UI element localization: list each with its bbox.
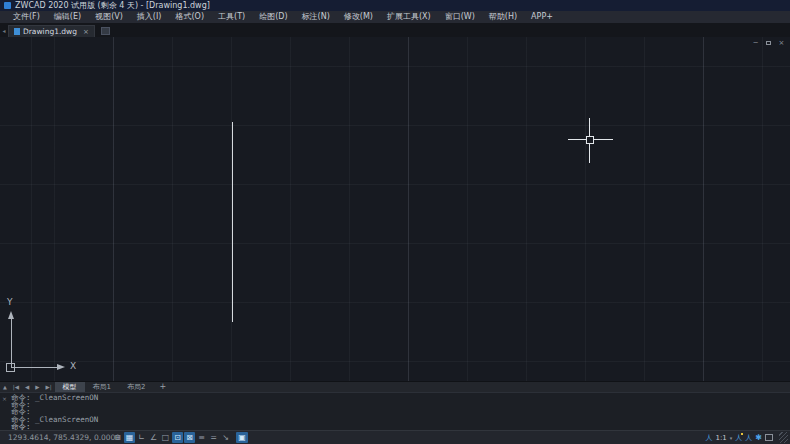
document-tab-drawing1[interactable]: Drawing1.dwg × [8, 25, 95, 37]
tab-close-icon[interactable]: × [83, 27, 89, 37]
ucs-icon: Y X [0, 301, 90, 381]
esnap-toggle[interactable]: □ [160, 432, 171, 443]
statusbar-right-cluster: 人 1:1 ▾ 人 人 ✱ [706, 432, 790, 443]
fullscreen-icon[interactable] [765, 434, 773, 441]
menu-window[interactable]: 窗口(W) [438, 11, 482, 23]
drawing-canvas[interactable]: ─ × Y X [0, 37, 790, 381]
command-close-icon[interactable]: × [0, 395, 9, 402]
ucs-x-arrowhead [57, 364, 65, 370]
annotation-spark-glyph [741, 433, 743, 435]
mdi-minimize-icon[interactable]: ─ [751, 39, 760, 48]
zwcad-logo-icon [4, 2, 11, 9]
resize-grip-icon[interactable] [779, 432, 788, 443]
prev-layout-icon[interactable]: ◀ [22, 382, 32, 393]
menu-view[interactable]: 视图(V) [88, 11, 130, 23]
ortho-toggle[interactable]: ∟ [136, 432, 147, 443]
pickbox-cursor [586, 136, 594, 144]
snap-toggle[interactable]: ⊞ [112, 432, 123, 443]
coordinate-readout: 1293.4614, 785.4329, 0.0000 [0, 433, 112, 442]
menu-tools[interactable]: 工具(T) [211, 11, 252, 23]
menu-draw[interactable]: 绘图(D) [252, 11, 294, 23]
auto-annotation-icon[interactable]: 人 [745, 433, 752, 443]
window-title: ZWCAD 2020 试用版 (剩余 4 天) - [Drawing1.dwg] [15, 0, 210, 11]
gear-icon[interactable]: ✱ [755, 433, 762, 442]
otrack-toggle[interactable]: ⊠ [184, 432, 195, 443]
ucs-x-axis [11, 367, 59, 368]
menu-format[interactable]: 格式(O) [168, 11, 211, 23]
menu-dimension[interactable]: 标注(N) [295, 11, 337, 23]
titlebar: ZWCAD 2020 试用版 (剩余 4 天) - [Drawing1.dwg] [0, 0, 790, 11]
tab-layout1[interactable]: 布局1 [85, 382, 119, 393]
next-layout-icon[interactable]: ▶ [32, 382, 42, 393]
menu-modify[interactable]: 修改(M) [337, 11, 380, 23]
tab-layout2[interactable]: 布局2 [119, 382, 153, 393]
annotation-visibility-icon[interactable]: 人 [735, 433, 742, 443]
dwg-file-icon [14, 28, 20, 35]
menu-express-tools[interactable]: 扩展工具(X) [380, 11, 438, 23]
osnap-toggle[interactable]: ⊡ [172, 432, 183, 443]
restore-box-glyph [766, 41, 771, 45]
ucs-y-label: Y [7, 297, 13, 307]
tab-scroll-left-icon[interactable]: ◂ [0, 25, 8, 37]
mdi-window-controls: ─ × [751, 39, 786, 48]
menu-file[interactable]: 文件(F) [6, 11, 47, 23]
menu-app-plus[interactable]: APP+ [524, 11, 560, 23]
last-layout-icon[interactable]: ▶| [42, 382, 54, 393]
command-history-line: 命令: [11, 401, 790, 408]
menubar: 文件(F) 编辑(E) 视图(V) 插入(I) 格式(O) 工具(T) 绘图(D… [0, 11, 790, 24]
menu-edit[interactable]: 编辑(E) [47, 11, 88, 23]
add-layout-button[interactable]: + [153, 382, 172, 392]
lineweight-toggle[interactable]: ≡ [196, 432, 207, 443]
ucs-x-label: X [70, 361, 76, 371]
collapse-tabs-icon[interactable]: ▲ [0, 384, 10, 390]
mdi-close-icon[interactable]: × [777, 39, 786, 48]
annotation-scale-icon[interactable]: 人 [706, 433, 713, 443]
mdi-restore-icon[interactable] [764, 39, 773, 48]
tab-model[interactable]: 模型 [55, 382, 85, 393]
polar-toggle[interactable]: ∠ [148, 432, 159, 443]
command-gutter: × [0, 393, 9, 430]
command-window: × 命令: _CleanScreenON 命令: 命令: 命令: _CleanS… [0, 392, 790, 430]
menu-help[interactable]: 帮助(H) [482, 11, 524, 23]
command-history-line: 命令: _CleanScreenON [11, 416, 790, 423]
document-tab-bar: ◂ Drawing1.dwg × [0, 24, 790, 37]
annotation-scale-value[interactable]: 1:1 [716, 434, 727, 442]
dynamic-input-toggle[interactable]: ▣ [236, 432, 248, 443]
line-entity[interactable] [232, 122, 233, 322]
transparency-toggle[interactable]: = [208, 432, 219, 443]
status-toggles: ⊞ ▦ ∟ ∠ □ ⊡ ⊠ ≡ = ↘ ▣ [112, 432, 248, 443]
command-history-line: 命令: _CleanScreenON [11, 394, 790, 401]
layout-tab-bar: ▲ |◀ ◀ ▶ ▶| 模型 布局1 布局2 + [0, 381, 790, 392]
ucs-y-axis [11, 318, 12, 368]
grid-toggle[interactable]: ▦ [124, 432, 135, 443]
cycle-select-toggle[interactable]: ↘ [220, 432, 231, 443]
zwcad-window: ZWCAD 2020 试用版 (剩余 4 天) - [Drawing1.dwg]… [0, 0, 790, 444]
statusbar: 1293.4614, 785.4329, 0.0000 ⊞ ▦ ∟ ∠ □ ⊡ … [0, 430, 790, 444]
command-history-line: 命令: [11, 408, 790, 415]
menu-insert[interactable]: 插入(I) [130, 11, 169, 23]
new-drawing-icon[interactable] [101, 27, 110, 35]
command-history: 命令: _CleanScreenON 命令: 命令: 命令: _CleanScr… [9, 393, 790, 430]
annotation-scale-dropdown-icon[interactable]: ▾ [730, 435, 733, 441]
first-layout-icon[interactable]: |◀ [10, 382, 22, 393]
document-tab-label: Drawing1.dwg [23, 27, 77, 36]
